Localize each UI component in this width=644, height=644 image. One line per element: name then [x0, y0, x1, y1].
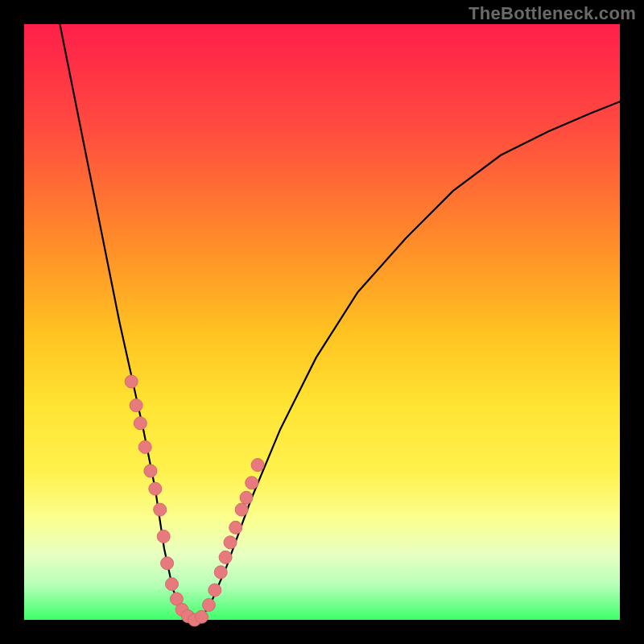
data-marker	[208, 584, 221, 597]
watermark-text: TheBottleneck.com	[469, 3, 636, 24]
v-curve	[60, 24, 620, 620]
data-marker	[154, 503, 167, 516]
data-marker	[246, 477, 258, 489]
data-marker	[157, 530, 170, 543]
data-marker	[235, 503, 248, 516]
data-marker	[229, 521, 242, 534]
data-marker	[251, 459, 264, 472]
data-marker	[130, 399, 142, 412]
chart-plot-area	[24, 24, 620, 620]
marker-layer	[125, 375, 264, 626]
data-marker	[202, 599, 215, 612]
data-marker	[138, 440, 151, 453]
data-marker	[166, 578, 179, 591]
data-marker	[134, 417, 147, 430]
data-marker	[214, 566, 227, 579]
data-marker	[240, 491, 253, 504]
data-marker	[196, 610, 208, 623]
curve-layer	[60, 24, 620, 620]
data-marker	[125, 375, 138, 388]
data-marker	[144, 464, 157, 477]
data-marker	[224, 536, 237, 549]
data-marker	[219, 551, 232, 564]
data-marker	[161, 557, 174, 570]
chart-svg	[24, 24, 620, 620]
chart-frame: TheBottleneck.com	[0, 0, 644, 644]
data-marker	[149, 482, 162, 495]
